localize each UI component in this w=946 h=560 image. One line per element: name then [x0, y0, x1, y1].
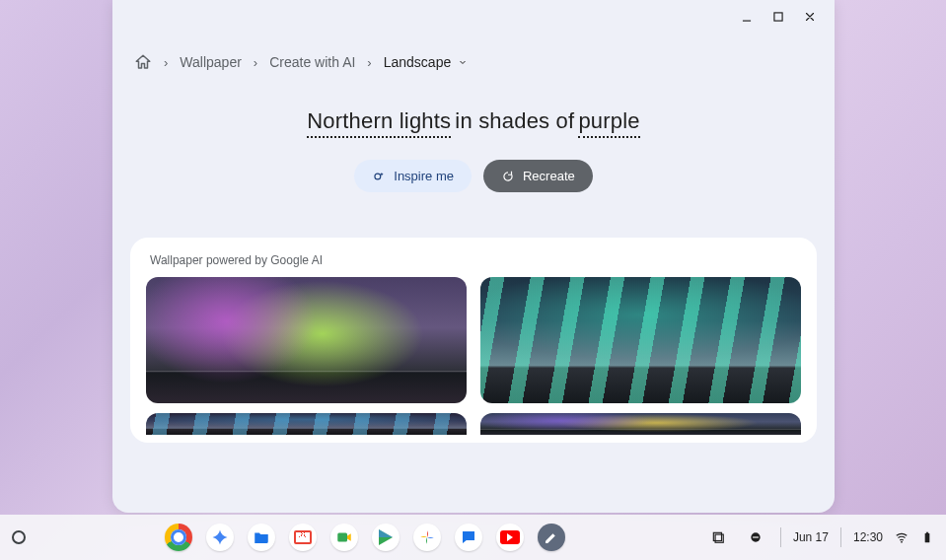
notifications-button[interactable] — [743, 526, 768, 548]
svg-rect-8 — [925, 533, 930, 542]
do-not-disturb-icon — [749, 530, 763, 544]
prompt-style-slot[interactable]: purple — [578, 108, 639, 138]
inspire-me-button[interactable]: Inspire me — [354, 160, 472, 192]
chevron-right-icon: › — [254, 55, 257, 70]
youtube-icon — [500, 530, 520, 544]
window-maximize-button[interactable] — [771, 10, 785, 24]
app-gemini[interactable] — [206, 524, 234, 551]
wallpaper-result-3[interactable] — [146, 413, 467, 435]
tray-divider — [840, 527, 841, 547]
breadcrumb-create-with-ai[interactable]: Create with AI — [269, 54, 355, 70]
overview-button[interactable] — [705, 526, 731, 548]
recreate-button[interactable]: Recreate — [483, 160, 593, 192]
prompt-subject-slot[interactable]: Northern lights — [307, 108, 451, 138]
wifi-icon — [895, 530, 909, 544]
photos-icon — [418, 528, 436, 546]
results-card-label: Wallpaper powered by Google AI — [150, 253, 801, 267]
results-grid-row2 — [146, 413, 801, 435]
chevron-right-icon: › — [367, 55, 371, 70]
svg-point-1 — [375, 174, 381, 179]
chevron-down-icon — [457, 56, 469, 68]
results-card: Wallpaper powered by Google AI — [130, 238, 817, 443]
tray-date: Jun 17 — [793, 530, 829, 544]
app-gmail[interactable] — [289, 524, 317, 551]
app-messages[interactable] — [455, 524, 482, 551]
results-grid — [146, 277, 801, 403]
app-youtube[interactable] — [496, 524, 524, 551]
app-photos[interactable] — [413, 524, 441, 551]
tray-time: 12:30 — [853, 530, 883, 544]
prompt-text: Northern lights in shades of purple — [132, 108, 815, 138]
svg-rect-6 — [753, 536, 759, 537]
chevron-right-icon: › — [164, 55, 168, 70]
play-icon — [379, 529, 393, 545]
window-titlebar — [112, 0, 835, 34]
gmail-icon — [294, 530, 312, 544]
meet-icon — [335, 528, 353, 546]
wallpaper-result-1[interactable] — [146, 277, 467, 403]
sparkle-icon — [372, 170, 386, 183]
folder-icon — [253, 528, 270, 546]
breadcrumb-current-label: Landscape — [384, 54, 452, 70]
overview-icon — [711, 530, 725, 544]
wallpaper-result-4[interactable] — [480, 413, 801, 435]
breadcrumb: › Wallpaper › Create with AI › Landscape — [112, 34, 835, 81]
shelf-apps — [165, 524, 565, 551]
tray-divider — [780, 527, 781, 547]
wallpaper-app-window: › Wallpaper › Create with AI › Landscape… — [112, 0, 835, 513]
app-play-store[interactable] — [372, 524, 400, 551]
battery-icon — [920, 530, 934, 544]
refresh-icon — [501, 170, 515, 183]
app-files[interactable] — [248, 524, 275, 551]
wallpaper-result-2[interactable] — [480, 277, 801, 403]
svg-rect-9 — [926, 532, 928, 533]
breadcrumb-current-dropdown[interactable]: Landscape — [384, 54, 470, 70]
home-icon[interactable] — [134, 53, 152, 71]
svg-rect-0 — [774, 13, 782, 21]
inspire-me-label: Inspire me — [394, 169, 454, 183]
status-tray[interactable]: Jun 17 12:30 — [705, 526, 934, 548]
breadcrumb-wallpaper[interactable]: Wallpaper — [180, 54, 242, 70]
launcher-button[interactable] — [12, 530, 26, 544]
messages-icon — [460, 528, 477, 546]
prompt-area: Northern lights in shades of purple Insp… — [112, 81, 835, 210]
app-canvas[interactable] — [538, 524, 565, 551]
window-close-button[interactable] — [803, 10, 817, 24]
pencil-icon — [543, 528, 560, 546]
window-minimize-button[interactable] — [740, 10, 754, 24]
app-chrome[interactable] — [165, 524, 192, 551]
chromeos-shelf: Jun 17 12:30 — [0, 515, 946, 560]
svg-point-7 — [901, 541, 903, 543]
svg-rect-2 — [338, 533, 348, 542]
prompt-connector: in shades of — [451, 108, 578, 134]
gemini-icon — [211, 528, 229, 546]
action-row: Inspire me Recreate — [132, 160, 815, 192]
recreate-label: Recreate — [523, 169, 575, 183]
app-meet[interactable] — [330, 524, 358, 551]
